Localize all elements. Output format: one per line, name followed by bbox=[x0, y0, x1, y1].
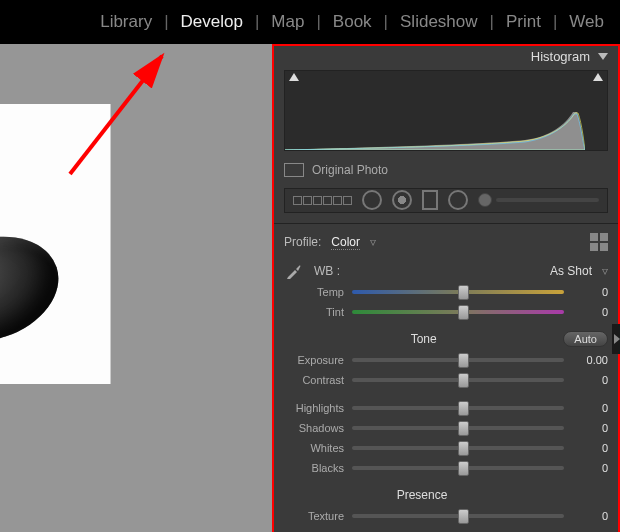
highlights-value[interactable]: 0 bbox=[572, 402, 608, 414]
histogram-collapse-icon[interactable] bbox=[598, 53, 608, 60]
wb-dropdown-icon[interactable]: ▿ bbox=[602, 264, 608, 278]
image-preview[interactable] bbox=[0, 44, 272, 532]
temp-slider[interactable] bbox=[352, 287, 564, 297]
profile-dropdown-icon[interactable]: ▿ bbox=[370, 235, 376, 249]
blacks-label: Blacks bbox=[284, 462, 344, 474]
wb-pipette-icon[interactable] bbox=[284, 261, 304, 281]
tone-header: Tone bbox=[284, 332, 563, 346]
nav-library[interactable]: Library bbox=[96, 10, 156, 34]
develop-panel: Histogram Original Photo bbox=[272, 44, 620, 532]
tint-label: Tint bbox=[284, 306, 344, 318]
original-photo-label: Original Photo bbox=[312, 163, 388, 177]
shadows-value[interactable]: 0 bbox=[572, 422, 608, 434]
wb-dropdown[interactable]: As Shot bbox=[550, 264, 592, 278]
texture-label: Texture bbox=[284, 510, 344, 522]
histogram-label[interactable]: Histogram bbox=[531, 49, 590, 64]
whites-label: Whites bbox=[284, 442, 344, 454]
nav-develop[interactable]: Develop bbox=[177, 10, 247, 34]
exposure-label: Exposure bbox=[284, 354, 344, 366]
contrast-slider[interactable] bbox=[352, 375, 564, 385]
contrast-value[interactable]: 0 bbox=[572, 374, 608, 386]
shadows-slider[interactable] bbox=[352, 423, 564, 433]
wb-label: WB : bbox=[314, 264, 340, 278]
contrast-label: Contrast bbox=[284, 374, 344, 386]
nav-print[interactable]: Print bbox=[502, 10, 545, 34]
clip-highlight-icon[interactable] bbox=[593, 73, 603, 81]
redeye-tool-icon[interactable] bbox=[392, 190, 412, 210]
profile-browser-icon[interactable] bbox=[590, 233, 608, 251]
spot-tool-icon[interactable] bbox=[362, 190, 382, 210]
panel-expand-grip[interactable] bbox=[612, 324, 620, 354]
highlights-slider[interactable] bbox=[352, 403, 564, 413]
exposure-value[interactable]: 0.00 bbox=[572, 354, 608, 366]
module-nav: Library| Develop| Map| Book| Slideshow| … bbox=[0, 0, 620, 44]
nav-book[interactable]: Book bbox=[329, 10, 376, 34]
exposure-slider[interactable] bbox=[352, 355, 564, 365]
tint-slider[interactable] bbox=[352, 307, 564, 317]
temp-value[interactable]: 0 bbox=[572, 286, 608, 298]
whites-slider[interactable] bbox=[352, 443, 564, 453]
temp-label: Temp bbox=[284, 286, 344, 298]
nav-slideshow[interactable]: Slideshow bbox=[396, 10, 482, 34]
profile-label: Profile: bbox=[284, 235, 321, 249]
shadows-label: Shadows bbox=[284, 422, 344, 434]
original-photo-toggle-icon[interactable] bbox=[284, 163, 304, 177]
texture-value[interactable]: 0 bbox=[572, 510, 608, 522]
highlights-label: Highlights bbox=[284, 402, 344, 414]
profile-dropdown[interactable]: Color bbox=[331, 235, 360, 250]
tool-strip bbox=[284, 188, 608, 213]
presence-header: Presence bbox=[284, 488, 560, 502]
gradient-tool-icon[interactable] bbox=[422, 190, 438, 210]
histogram[interactable] bbox=[284, 70, 608, 151]
whites-value[interactable]: 0 bbox=[572, 442, 608, 454]
brush-size-slider[interactable] bbox=[478, 193, 599, 207]
radial-tool-icon[interactable] bbox=[448, 190, 468, 210]
nav-web[interactable]: Web bbox=[565, 10, 608, 34]
auto-button[interactable]: Auto bbox=[563, 331, 608, 347]
tint-value[interactable]: 0 bbox=[572, 306, 608, 318]
nav-map[interactable]: Map bbox=[267, 10, 308, 34]
blacks-value[interactable]: 0 bbox=[572, 462, 608, 474]
crop-tool-icon[interactable] bbox=[293, 196, 352, 205]
clip-shadow-icon[interactable] bbox=[289, 73, 299, 81]
blacks-slider[interactable] bbox=[352, 463, 564, 473]
texture-slider[interactable] bbox=[352, 511, 564, 521]
